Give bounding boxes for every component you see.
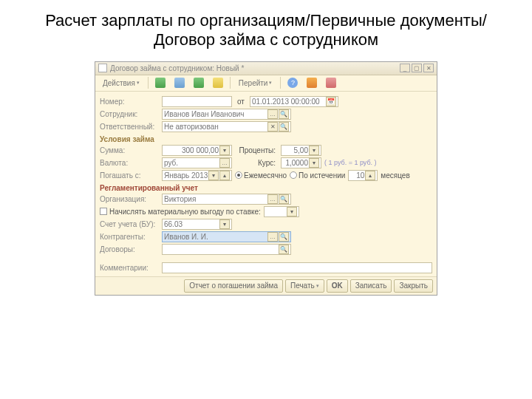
calendar-icon[interactable]: 📅	[326, 97, 336, 106]
employee-input[interactable]: Иванов Иван Иванович … 🔍	[162, 109, 291, 120]
save-button[interactable]: Записать	[350, 279, 392, 293]
toolbar-separator	[280, 77, 281, 89]
toolbar-icon-6[interactable]	[322, 76, 340, 89]
actions-menu[interactable]: Действия	[98, 76, 145, 89]
open-icon[interactable]: 🔍	[279, 245, 289, 254]
radio-monthly[interactable]: Ежемесячно	[235, 171, 287, 180]
minimize-button[interactable]: _	[400, 64, 410, 72]
titlebar: Договор займа с сотрудником: Новый * _ ▢…	[95, 62, 437, 75]
radio-icon	[290, 171, 297, 179]
toolbar-icon-3[interactable]	[190, 76, 208, 89]
repay-label: Погашать с:	[100, 171, 159, 180]
terms-title: Условия займа	[100, 135, 432, 143]
percent-input[interactable]: 5,00 ▾	[281, 145, 321, 156]
radio-at-end-label: По истечении	[299, 171, 345, 180]
responsible-input[interactable]: Не авторизован ✕ 🔍	[162, 121, 291, 132]
contr-input[interactable]: Иванов И. И. … 🔍	[162, 231, 291, 242]
report-button[interactable]: Отчет о погашении займа	[184, 279, 283, 293]
help-icon[interactable]: ?	[284, 76, 301, 89]
spinner-icon[interactable]: ▴	[219, 171, 230, 180]
open-icon[interactable]: 🔍	[279, 109, 289, 119]
tax-checkbox[interactable]: Начислять материальную выгоду по ставке:	[100, 208, 261, 216]
calc-icon[interactable]: ▾	[219, 146, 230, 155]
toolbar: Действия Перейти ?	[95, 75, 437, 92]
toolbar-separator	[148, 77, 149, 89]
page-heading: Расчет зарплаты по организациям/Первичны…	[30, 11, 502, 50]
months-label: месяцев	[381, 171, 409, 180]
repay-input[interactable]: Январь 2013 ▾ ▴	[162, 170, 232, 181]
rate-label: Курс:	[235, 159, 276, 167]
date-label: от	[237, 98, 245, 106]
responsible-label: Ответственный:	[100, 123, 159, 131]
maximize-button[interactable]: ▢	[412, 64, 422, 72]
app-window: Договор займа с сотрудником: Новый * _ ▢…	[95, 61, 437, 296]
form-body: Номер: от 01.01.2013 00:00:00 📅 Сотрудни…	[95, 92, 437, 276]
radio-icon	[235, 171, 242, 179]
sum-label: Сумма:	[100, 146, 159, 154]
number-input[interactable]	[162, 96, 232, 107]
clear-icon[interactable]: ✕	[267, 122, 278, 132]
dog-label: Договоры:	[100, 245, 159, 253]
calc-icon[interactable]: ▾	[309, 146, 319, 155]
currency-label: Валюта:	[100, 159, 159, 167]
radio-monthly-label: Ежемесячно	[244, 171, 287, 180]
tax-checkbox-label: Начислять материальную выгоду по ставке:	[109, 208, 261, 216]
close-form-button[interactable]: Закрыть	[394, 279, 433, 293]
dropdown-icon[interactable]: ▾	[287, 207, 297, 216]
spinner-icon[interactable]: ▴	[365, 171, 375, 180]
goto-menu[interactable]: Перейти	[233, 76, 278, 89]
number-label: Номер:	[100, 98, 159, 106]
open-icon[interactable]: 🔍	[279, 194, 289, 204]
currency-input[interactable]: руб. …	[162, 157, 232, 168]
select-icon[interactable]: …	[267, 109, 278, 119]
toolbar-icon-5[interactable]	[303, 76, 321, 89]
percent-label: Проценты:	[235, 146, 276, 154]
select-icon[interactable]: …	[267, 194, 278, 204]
comment-label: Комментарии:	[100, 264, 159, 272]
months-input[interactable]: 10 ▴	[348, 170, 378, 181]
org-label: Организация:	[100, 195, 159, 203]
rate-input[interactable]: 1,0000 ▾	[281, 157, 321, 168]
print-button[interactable]: Печать	[285, 279, 324, 293]
calc-icon[interactable]: ▾	[309, 158, 319, 168]
select-icon[interactable]: …	[219, 158, 230, 168]
toolbar-icon-1[interactable]	[151, 76, 169, 89]
dropdown-icon[interactable]: ▾	[219, 219, 230, 229]
open-icon[interactable]: 🔍	[279, 232, 289, 242]
contr-label: Контрагенты:	[100, 233, 159, 241]
toolbar-icon-4[interactable]	[209, 76, 227, 89]
window-title: Договор займа с сотрудником: Новый *	[110, 64, 398, 72]
sum-input[interactable]: 300 000,00 ▾	[162, 145, 232, 156]
toolbar-icon-2[interactable]	[171, 76, 188, 89]
document-icon	[98, 64, 107, 72]
tax-rate-input[interactable]: ▾	[264, 206, 299, 217]
select-icon[interactable]: …	[267, 232, 278, 242]
acc-input[interactable]: 66.03 ▾	[162, 219, 232, 230]
footer: Отчет о погашении займа Печать OK Записа…	[95, 276, 437, 295]
ok-button[interactable]: OK	[327, 279, 348, 293]
date-input[interactable]: 01.01.2013 00:00:00 📅	[250, 96, 338, 107]
rate-note: ( 1 руб. = 1 руб. )	[324, 159, 377, 166]
open-icon[interactable]: 🔍	[279, 122, 289, 132]
comment-input[interactable]	[162, 262, 432, 273]
dropdown-icon[interactable]: ▾	[208, 171, 219, 180]
checkbox-icon	[100, 208, 107, 215]
acc-label: Счет учета (БУ):	[100, 220, 159, 228]
employee-label: Сотрудник:	[100, 110, 159, 118]
toolbar-separator	[230, 77, 231, 89]
radio-at-end[interactable]: По истечении	[290, 171, 345, 180]
close-button[interactable]: ✕	[423, 64, 434, 72]
regl-title: Регламентированный учет	[100, 184, 432, 192]
dog-input[interactable]: 🔍	[162, 244, 291, 255]
org-input[interactable]: Виктория … 🔍	[162, 194, 291, 205]
